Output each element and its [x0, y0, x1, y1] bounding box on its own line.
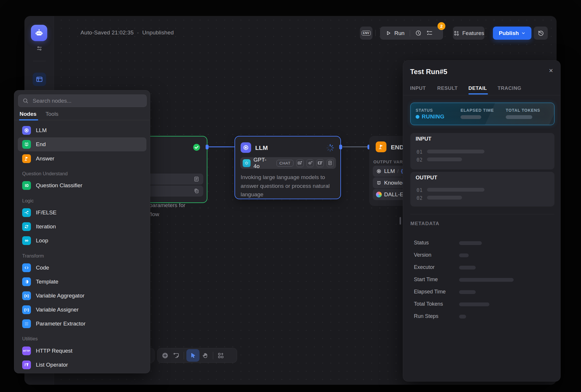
metadata-skeleton-bar	[459, 253, 469, 257]
input-skeleton-bar	[427, 158, 462, 161]
run-button[interactable]: Run	[380, 30, 410, 36]
row-number: 01	[416, 187, 422, 193]
palette-item-question-classifier[interactable]: Question Classifier	[18, 178, 146, 192]
llm-output-port[interactable]	[339, 145, 342, 149]
app-logo-button[interactable]	[31, 25, 47, 41]
pointer-tool-button[interactable]	[186, 349, 200, 362]
run-history-clock-icon[interactable]	[410, 30, 426, 37]
metadata-label-start-time: Start Time	[414, 276, 438, 283]
palette-item-answer[interactable]: Answer	[18, 152, 146, 166]
node-palette-panel: Nodes Tools LLM End Answer Question Unde…	[14, 90, 150, 373]
node-search[interactable]	[18, 94, 147, 107]
input-card-title: INPUT	[416, 136, 431, 142]
elapsed-time-label: ELAPSED TIME	[461, 108, 494, 113]
palette-item-http-request[interactable]: HTTP HTTP Request	[18, 344, 146, 358]
toolbar-divider	[184, 352, 184, 359]
item-label: List Operator	[36, 362, 68, 368]
dalle-icon	[376, 192, 382, 197]
palette-item-code[interactable]: Code	[18, 261, 146, 275]
end-node-title: END	[391, 144, 404, 151]
llm-model-selector[interactable]: GPT-4o CHAT	[240, 157, 336, 169]
features-button[interactable]: Features	[453, 27, 484, 40]
output-skeleton-bar	[427, 196, 462, 200]
tab-nodes[interactable]: Nodes	[20, 111, 36, 117]
publish-button[interactable]: Publish	[493, 27, 531, 40]
llm-var-icon	[376, 168, 382, 174]
panel-resize-handle[interactable]	[400, 217, 401, 225]
section-transform: Transform	[22, 253, 44, 259]
metadata-skeleton-bar	[459, 302, 489, 306]
start-output-port[interactable]	[206, 145, 209, 149]
workflow-window-button[interactable]	[33, 73, 46, 86]
env-button[interactable]: ENV	[360, 27, 372, 40]
knowledge-book-icon	[376, 180, 382, 186]
output-skeleton-bar	[427, 188, 484, 192]
var-name: LLM	[384, 168, 395, 174]
palette-item-loop[interactable]: ∞ Loop	[18, 234, 146, 248]
output-variables-label: OUTPUT VARIA	[373, 160, 407, 164]
status-label: STATUS	[416, 108, 433, 113]
palette-item-list-operator[interactable]: List Operator	[18, 358, 146, 372]
preferences-sliders-icon[interactable]	[36, 45, 43, 52]
item-label: Loop	[36, 237, 48, 244]
tab-tools[interactable]: Tools	[46, 111, 58, 117]
section-question-understand: Question Understand	[22, 171, 68, 176]
tab-input[interactable]: INPUT	[410, 85, 426, 91]
var-name: Knowled	[384, 180, 405, 186]
llm-node[interactable]: LLM GPT-4o CHAT Invoking large language …	[235, 136, 341, 199]
code-icon	[22, 263, 31, 272]
palette-item-iteration[interactable]: Iteration	[18, 220, 146, 234]
canvas-toolbar	[157, 348, 237, 363]
item-label: HTTP Request	[36, 348, 72, 354]
var-separator: /	[397, 168, 399, 174]
add-note-button[interactable]	[173, 352, 180, 359]
item-label: IF/ELSE	[36, 209, 57, 216]
tab-tracing[interactable]: TRACING	[498, 85, 522, 91]
palette-item-variable-assigner[interactable]: {=} Variable Assigner	[18, 303, 146, 317]
add-node-button[interactable]	[162, 352, 169, 359]
section-divider	[410, 214, 554, 214]
palette-item-end[interactable]: End	[18, 137, 146, 151]
palette-item-template[interactable]: Template	[18, 275, 146, 289]
organize-nodes-button[interactable]	[217, 352, 224, 359]
version-history-button[interactable]	[534, 27, 548, 40]
item-label: End	[36, 141, 46, 148]
active-tab-underline	[19, 119, 38, 120]
run-label: Run	[394, 30, 405, 36]
item-label: Template	[36, 279, 58, 285]
search-input[interactable]	[32, 97, 142, 104]
end-node-icon	[376, 141, 386, 152]
edge-llm-to-end	[342, 146, 369, 147]
palette-item-parameter-extractor[interactable]: Parameter Extractor	[18, 317, 146, 331]
palette-item-variable-aggregator[interactable]: {x} Variable Aggregator	[18, 289, 146, 303]
item-label: Iteration	[36, 223, 56, 230]
input-card: INPUT 01 02	[410, 133, 554, 169]
env-icon: ENV	[362, 31, 370, 36]
metadata-skeleton-bar	[459, 266, 476, 270]
loading-spinner-icon	[326, 144, 335, 152]
metadata-skeleton-bar	[459, 241, 482, 245]
list-operator-icon	[22, 360, 31, 369]
http-request-icon: HTTP	[22, 346, 31, 355]
document-capability-icon	[327, 159, 334, 167]
autosave-status: Auto-Saved 21:02:35 · Unpublished	[80, 29, 174, 36]
variable-assigner-icon: {=}	[22, 305, 31, 314]
row-number: 01	[416, 149, 422, 155]
start-node-description-line1: parameters for	[149, 201, 186, 210]
active-tab-underline	[468, 93, 488, 94]
hand-tool-button[interactable]	[202, 352, 209, 359]
toolbar-divider	[213, 352, 213, 359]
metadata-skeleton-bar	[459, 290, 476, 294]
palette-item-llm[interactable]: LLM	[18, 123, 146, 137]
item-label: Question Classifier	[36, 182, 82, 189]
tab-result[interactable]: RESULT	[437, 85, 458, 91]
document-icon	[193, 176, 200, 182]
tab-detail[interactable]: DETAIL	[468, 85, 487, 91]
item-label: Answer	[36, 155, 54, 162]
checklist-icon[interactable]	[426, 30, 433, 37]
close-icon[interactable]: ×	[549, 67, 553, 74]
item-label: Variable Assigner	[36, 307, 78, 313]
palette-item-if-else[interactable]: IF/ELSE	[18, 206, 146, 220]
features-icon	[453, 30, 460, 36]
publish-state-text: Unpublished	[142, 29, 174, 36]
